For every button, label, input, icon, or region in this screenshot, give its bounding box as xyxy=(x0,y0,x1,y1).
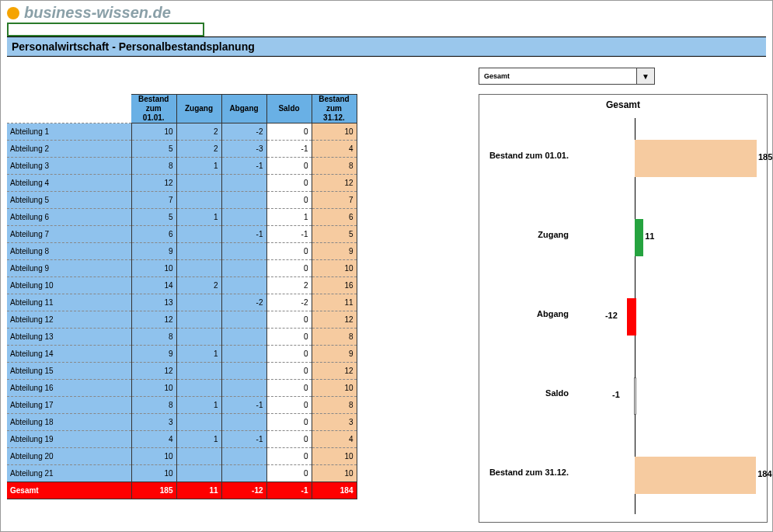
table-cell: 0 xyxy=(266,363,312,380)
table-cell: 9 xyxy=(131,346,176,363)
table-cell: -3 xyxy=(221,141,266,158)
table-cell xyxy=(176,260,221,277)
table-cell xyxy=(221,329,266,346)
table-row-label: Abteilung 13 xyxy=(7,329,131,346)
table-cell: 10 xyxy=(131,260,176,277)
dropdown-selected-label: Gesamt xyxy=(479,72,636,80)
table-cell: 0 xyxy=(266,311,312,329)
table-cell: 12 xyxy=(312,311,357,329)
table-row-label: Abteilung 6 xyxy=(7,209,131,226)
table-row-label: Abteilung 20 xyxy=(7,448,131,465)
table-row-label: Abteilung 18 xyxy=(7,414,131,431)
table-cell: 13 xyxy=(131,294,176,311)
table-cell: 10 xyxy=(131,123,176,141)
table-row-label: Abteilung 21 xyxy=(7,465,131,482)
table-cell xyxy=(221,414,266,431)
table-cell: -1 xyxy=(266,226,312,243)
chart-bar xyxy=(635,140,757,177)
table-cell xyxy=(176,175,221,192)
table-cell: 0 xyxy=(266,243,312,260)
table-cell: 10 xyxy=(131,448,176,465)
table-cell: 7 xyxy=(312,192,357,209)
table-row-label: Abteilung 3 xyxy=(7,158,131,175)
table-cell xyxy=(221,448,266,465)
table-cell: -1 xyxy=(221,431,266,448)
table-cell: 0 xyxy=(266,260,312,277)
table-cell: 12 xyxy=(312,363,357,380)
table-cell: -1 xyxy=(221,158,266,175)
table-row-label: Abteilung 19 xyxy=(7,431,131,448)
table-cell: -2 xyxy=(221,123,266,141)
logo-dot-icon xyxy=(7,7,19,19)
table-row-label: Abteilung 15 xyxy=(7,363,131,380)
table-cell: 7 xyxy=(131,192,176,209)
table-cell: 11 xyxy=(312,294,357,311)
table-cell: 4 xyxy=(131,431,176,448)
table-cell: 8 xyxy=(312,329,357,346)
table-cell: 0 xyxy=(266,397,312,414)
table-total-cell: -1 xyxy=(266,482,312,499)
table-cell: -2 xyxy=(221,294,266,311)
chart-bar xyxy=(634,377,636,415)
logo: business-wissen.de xyxy=(7,4,171,22)
table-cell xyxy=(176,380,221,397)
table-cell: 0 xyxy=(266,175,312,192)
table-cell: 6 xyxy=(131,226,176,243)
table-cell: 0 xyxy=(266,123,312,141)
table-cell xyxy=(176,294,221,311)
table-cell: 0 xyxy=(266,329,312,346)
table-row-label: Abteilung 10 xyxy=(7,277,131,294)
table-row-label: Abteilung 5 xyxy=(7,192,131,209)
table-total-cell: 11 xyxy=(176,482,221,499)
table-total-cell: 184 xyxy=(312,482,357,499)
table-cell: 1 xyxy=(176,346,221,363)
chart-category-label: Bestand zum 31.12. xyxy=(475,468,569,477)
table-cell xyxy=(221,311,266,329)
table-cell: 10 xyxy=(312,380,357,397)
table-cell: 5 xyxy=(131,209,176,226)
headcount-table: Bestand zum01.01.ZugangAbgangSaldoBestan… xyxy=(7,94,357,499)
table-cell xyxy=(176,192,221,209)
table-cell: 4 xyxy=(312,431,357,448)
table-corner xyxy=(7,95,131,123)
table-row-label: Abteilung 17 xyxy=(7,397,131,414)
table-row-label: Abteilung 11 xyxy=(7,294,131,311)
chart-filter-dropdown[interactable]: Gesamt ▼ xyxy=(479,68,655,85)
table-cell xyxy=(176,226,221,243)
table-cell: 6 xyxy=(312,209,357,226)
table-cell: 12 xyxy=(312,175,357,192)
chart-value-label: 11 xyxy=(645,231,654,241)
table-cell: 12 xyxy=(131,311,176,329)
table-cell: -1 xyxy=(266,141,312,158)
table-cell: 16 xyxy=(312,277,357,294)
table-cell: 5 xyxy=(131,141,176,158)
table-total-label: Gesamt xyxy=(7,482,131,499)
chart-bar xyxy=(635,219,643,256)
table-cell: 10 xyxy=(312,123,357,141)
table-row-label: Abteilung 14 xyxy=(7,346,131,363)
table-cell: 0 xyxy=(266,414,312,431)
table-cell: 0 xyxy=(266,346,312,363)
table-row-label: Abteilung 4 xyxy=(7,175,131,192)
table-cell: 3 xyxy=(312,414,357,431)
summary-bar-chart: Gesamt Bestand zum 01.01.185Zugang11Abga… xyxy=(479,94,768,523)
chart-value-label: 185 xyxy=(758,152,772,162)
table-header: Zugang xyxy=(176,95,221,123)
chart-title: Gesamt xyxy=(479,99,767,110)
table-cell: 10 xyxy=(131,465,176,482)
table-row-label: Abteilung 9 xyxy=(7,260,131,277)
table-cell: 1 xyxy=(176,431,221,448)
table-cell: 8 xyxy=(131,329,176,346)
table-cell: 9 xyxy=(312,346,357,363)
table-cell: 0 xyxy=(266,448,312,465)
chart-category-label: Saldo xyxy=(475,388,569,398)
table-row-label: Abteilung 1 xyxy=(7,123,131,141)
table-cell xyxy=(221,243,266,260)
table-cell xyxy=(176,465,221,482)
table-cell: 10 xyxy=(312,465,357,482)
chevron-down-icon: ▼ xyxy=(636,68,654,84)
table-cell xyxy=(221,209,266,226)
table-row-label: Abteilung 7 xyxy=(7,226,131,243)
chart-category-label: Bestand zum 01.01. xyxy=(475,151,569,160)
table-cell: 12 xyxy=(131,175,176,192)
